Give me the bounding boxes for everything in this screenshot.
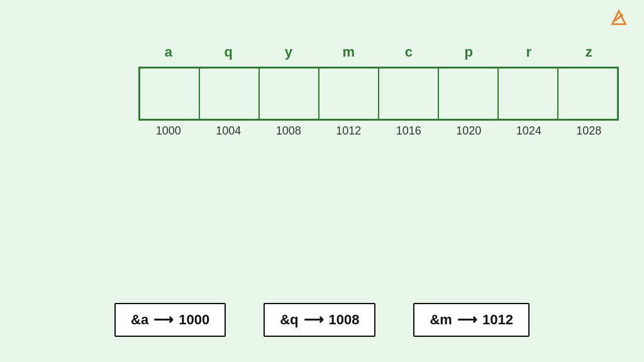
var-cell-q: q [199,44,259,63]
address-row: 10001004100810121016102010241028 [25,124,619,138]
addr-cell-1024: 1024 [499,124,559,138]
pointer-addr: 1008 [329,312,360,328]
mem-box-q [200,69,260,119]
var-cell-a: a [138,44,199,63]
pointer-var: &q [280,312,298,328]
mem-box-y [260,69,319,119]
variable-name-row: aqymcprz [25,44,619,63]
arrow-icon: ⟶ [304,312,324,328]
mem-box-r [499,69,558,119]
mem-box-m [319,69,379,119]
addr-cell-1016: 1016 [379,124,439,138]
pointer-addr: 1000 [179,312,209,328]
addr-cell-1028: 1028 [559,124,619,138]
var-cell-c: c [379,44,439,63]
arrow-icon: ⟶ [153,312,174,328]
var-cell-y: y [258,44,319,63]
pointer-section: &a ⟶ 1000&q ⟶ 1008&m ⟶ 1012 [0,303,644,337]
var-cell-z: z [559,44,619,63]
arrow-icon: ⟶ [457,312,477,328]
pointer-box-ampq: &q ⟶ 1008 [264,303,375,337]
address-cells: 10001004100810121016102010241028 [138,124,619,138]
nexotips-logo-icon [610,9,628,26]
pointer-var: &a [131,312,148,328]
pointer-addr: 1012 [482,312,513,328]
variable-cells: aqymcprz [138,44,619,63]
mem-box-z [558,69,617,119]
mem-box-p [439,69,499,119]
mem-box-c [379,69,439,119]
addr-cell-1012: 1012 [319,124,379,138]
addr-cell-1020: 1020 [439,124,499,138]
addr-cell-1004: 1004 [199,124,259,138]
memory-boxes [138,67,619,121]
addr-cell-1008: 1008 [258,124,319,138]
var-cell-p: p [439,44,499,63]
pointer-box-ampm: &m ⟶ 1012 [413,303,529,337]
mem-box-a [140,69,200,119]
brand-header [610,9,631,26]
memory-row [25,67,619,121]
pointer-box-ampa: &a ⟶ 1000 [114,303,226,337]
pointer-var: &m [430,312,452,328]
var-cell-r: r [499,44,559,63]
addr-cell-1000: 1000 [138,124,199,138]
var-cell-m: m [319,44,379,63]
memory-diagram: aqymcprz 1000100410081012101610201024102… [25,44,619,138]
